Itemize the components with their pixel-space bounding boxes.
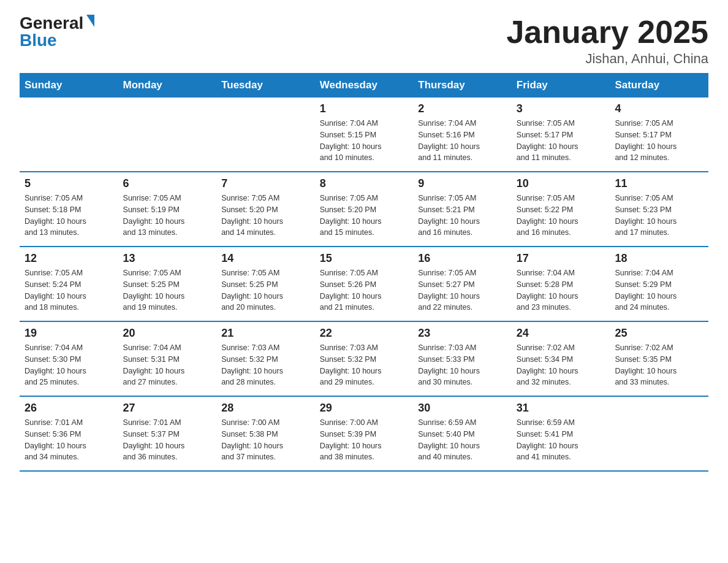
day-number: 29 <box>320 402 409 415</box>
day-info: Sunrise: 7:02 AM Sunset: 5:34 PM Dayligh… <box>517 342 605 388</box>
day-info: Sunrise: 7:05 AM Sunset: 5:25 PM Dayligh… <box>221 267 310 313</box>
calendar-thead: SundayMondayTuesdayWednesdayThursdayFrid… <box>20 73 708 98</box>
calendar-cell <box>216 98 315 172</box>
day-info: Sunrise: 7:00 AM Sunset: 5:38 PM Dayligh… <box>221 417 310 463</box>
header-wednesday: Wednesday <box>315 73 414 98</box>
calendar-tbody: 1Sunrise: 7:04 AM Sunset: 5:15 PM Daylig… <box>20 98 708 471</box>
day-number: 13 <box>123 252 212 265</box>
calendar-cell: 1Sunrise: 7:04 AM Sunset: 5:15 PM Daylig… <box>315 98 414 172</box>
day-info: Sunrise: 7:05 AM Sunset: 5:26 PM Dayligh… <box>320 267 409 313</box>
day-number: 17 <box>517 252 605 265</box>
calendar-subtitle: Jishan, Anhui, China <box>506 51 708 67</box>
day-info: Sunrise: 7:04 AM Sunset: 5:31 PM Dayligh… <box>123 342 212 388</box>
day-number: 25 <box>615 327 703 340</box>
calendar-cell: 19Sunrise: 7:04 AM Sunset: 5:30 PM Dayli… <box>20 321 118 396</box>
calendar-cell: 25Sunrise: 7:02 AM Sunset: 5:35 PM Dayli… <box>610 321 708 396</box>
day-info: Sunrise: 7:04 AM Sunset: 5:16 PM Dayligh… <box>418 118 507 164</box>
calendar-title: January 2025 <box>506 15 708 50</box>
day-number: 30 <box>418 402 507 415</box>
day-number: 16 <box>418 252 507 265</box>
day-info: Sunrise: 7:05 AM Sunset: 5:18 PM Dayligh… <box>25 193 113 239</box>
calendar-cell: 6Sunrise: 7:05 AM Sunset: 5:19 PM Daylig… <box>118 172 217 247</box>
calendar-cell: 21Sunrise: 7:03 AM Sunset: 5:32 PM Dayli… <box>216 321 315 396</box>
day-number: 19 <box>25 327 113 340</box>
calendar-cell: 3Sunrise: 7:05 AM Sunset: 5:17 PM Daylig… <box>512 98 610 172</box>
calendar-cell: 16Sunrise: 7:05 AM Sunset: 5:27 PM Dayli… <box>413 247 512 321</box>
day-info: Sunrise: 7:05 AM Sunset: 5:20 PM Dayligh… <box>320 193 409 239</box>
calendar-cell: 13Sunrise: 7:05 AM Sunset: 5:25 PM Dayli… <box>118 247 217 321</box>
calendar-cell: 10Sunrise: 7:05 AM Sunset: 5:22 PM Dayli… <box>512 172 610 247</box>
day-number: 21 <box>221 327 310 340</box>
day-info: Sunrise: 7:05 AM Sunset: 5:17 PM Dayligh… <box>615 118 703 164</box>
day-number: 28 <box>221 402 310 415</box>
day-number: 6 <box>123 177 212 190</box>
calendar-cell: 8Sunrise: 7:05 AM Sunset: 5:20 PM Daylig… <box>315 172 414 247</box>
calendar-cell <box>610 396 708 471</box>
day-number: 3 <box>517 102 605 115</box>
calendar-cell: 18Sunrise: 7:04 AM Sunset: 5:29 PM Dayli… <box>610 247 708 321</box>
day-number: 12 <box>25 252 113 265</box>
week-row-0: 1Sunrise: 7:04 AM Sunset: 5:15 PM Daylig… <box>20 98 708 172</box>
calendar-cell: 24Sunrise: 7:02 AM Sunset: 5:34 PM Dayli… <box>512 321 610 396</box>
day-number: 11 <box>615 177 703 190</box>
day-number: 20 <box>123 327 212 340</box>
day-info: Sunrise: 7:04 AM Sunset: 5:29 PM Dayligh… <box>615 267 703 313</box>
calendar-cell: 29Sunrise: 7:00 AM Sunset: 5:39 PM Dayli… <box>315 396 414 471</box>
day-info: Sunrise: 7:05 AM Sunset: 5:20 PM Dayligh… <box>221 193 310 239</box>
header-row-days: SundayMondayTuesdayWednesdayThursdayFrid… <box>20 73 708 98</box>
day-info: Sunrise: 7:03 AM Sunset: 5:32 PM Dayligh… <box>221 342 310 388</box>
day-number: 18 <box>615 252 703 265</box>
day-info: Sunrise: 7:05 AM Sunset: 5:23 PM Dayligh… <box>615 193 703 239</box>
calendar-cell <box>20 98 118 172</box>
calendar-cell: 12Sunrise: 7:05 AM Sunset: 5:24 PM Dayli… <box>20 247 118 321</box>
day-number: 8 <box>320 177 409 190</box>
calendar-cell: 4Sunrise: 7:05 AM Sunset: 5:17 PM Daylig… <box>610 98 708 172</box>
calendar-cell: 27Sunrise: 7:01 AM Sunset: 5:37 PM Dayli… <box>118 396 217 471</box>
day-number: 7 <box>221 177 310 190</box>
day-info: Sunrise: 7:03 AM Sunset: 5:32 PM Dayligh… <box>320 342 409 388</box>
day-number: 26 <box>25 402 113 415</box>
calendar-cell: 5Sunrise: 7:05 AM Sunset: 5:18 PM Daylig… <box>20 172 118 247</box>
day-info: Sunrise: 6:59 AM Sunset: 5:40 PM Dayligh… <box>418 417 507 463</box>
week-row-3: 19Sunrise: 7:04 AM Sunset: 5:30 PM Dayli… <box>20 321 708 396</box>
day-info: Sunrise: 7:02 AM Sunset: 5:35 PM Dayligh… <box>615 342 703 388</box>
day-info: Sunrise: 7:04 AM Sunset: 5:30 PM Dayligh… <box>25 342 113 388</box>
calendar-cell <box>118 98 217 172</box>
calendar-cell: 30Sunrise: 6:59 AM Sunset: 5:40 PM Dayli… <box>413 396 512 471</box>
calendar-cell: 2Sunrise: 7:04 AM Sunset: 5:16 PM Daylig… <box>413 98 512 172</box>
day-info: Sunrise: 7:05 AM Sunset: 5:19 PM Dayligh… <box>123 193 212 239</box>
day-info: Sunrise: 7:05 AM Sunset: 5:25 PM Dayligh… <box>123 267 212 313</box>
page: General Blue January 2025 Jishan, Anhui,… <box>0 0 728 486</box>
logo-general-text: General <box>20 15 83 32</box>
title-block: January 2025 Jishan, Anhui, China <box>506 15 708 67</box>
day-info: Sunrise: 7:04 AM Sunset: 5:15 PM Dayligh… <box>320 118 409 164</box>
calendar-cell: 11Sunrise: 7:05 AM Sunset: 5:23 PM Dayli… <box>610 172 708 247</box>
day-info: Sunrise: 7:04 AM Sunset: 5:28 PM Dayligh… <box>517 267 605 313</box>
week-row-2: 12Sunrise: 7:05 AM Sunset: 5:24 PM Dayli… <box>20 247 708 321</box>
day-number: 2 <box>418 102 507 115</box>
day-info: Sunrise: 7:05 AM Sunset: 5:24 PM Dayligh… <box>25 267 113 313</box>
calendar-cell: 28Sunrise: 7:00 AM Sunset: 5:38 PM Dayli… <box>216 396 315 471</box>
week-row-1: 5Sunrise: 7:05 AM Sunset: 5:18 PM Daylig… <box>20 172 708 247</box>
day-info: Sunrise: 7:05 AM Sunset: 5:17 PM Dayligh… <box>517 118 605 164</box>
day-info: Sunrise: 7:01 AM Sunset: 5:37 PM Dayligh… <box>123 417 212 463</box>
day-number: 14 <box>221 252 310 265</box>
day-info: Sunrise: 7:05 AM Sunset: 5:27 PM Dayligh… <box>418 267 507 313</box>
header-friday: Friday <box>512 73 610 98</box>
calendar-cell: 31Sunrise: 6:59 AM Sunset: 5:41 PM Dayli… <box>512 396 610 471</box>
calendar-cell: 22Sunrise: 7:03 AM Sunset: 5:32 PM Dayli… <box>315 321 414 396</box>
calendar-cell: 17Sunrise: 7:04 AM Sunset: 5:28 PM Dayli… <box>512 247 610 321</box>
day-number: 15 <box>320 252 409 265</box>
header-saturday: Saturday <box>610 73 708 98</box>
day-number: 9 <box>418 177 507 190</box>
calendar-cell: 7Sunrise: 7:05 AM Sunset: 5:20 PM Daylig… <box>216 172 315 247</box>
day-number: 5 <box>25 177 113 190</box>
calendar-cell: 23Sunrise: 7:03 AM Sunset: 5:33 PM Dayli… <box>413 321 512 396</box>
calendar-cell: 20Sunrise: 7:04 AM Sunset: 5:31 PM Dayli… <box>118 321 217 396</box>
day-info: Sunrise: 6:59 AM Sunset: 5:41 PM Dayligh… <box>517 417 605 463</box>
calendar-cell: 9Sunrise: 7:05 AM Sunset: 5:21 PM Daylig… <box>413 172 512 247</box>
week-row-4: 26Sunrise: 7:01 AM Sunset: 5:36 PM Dayli… <box>20 396 708 471</box>
day-info: Sunrise: 7:01 AM Sunset: 5:36 PM Dayligh… <box>25 417 113 463</box>
day-number: 1 <box>320 102 409 115</box>
calendar-cell: 14Sunrise: 7:05 AM Sunset: 5:25 PM Dayli… <box>216 247 315 321</box>
